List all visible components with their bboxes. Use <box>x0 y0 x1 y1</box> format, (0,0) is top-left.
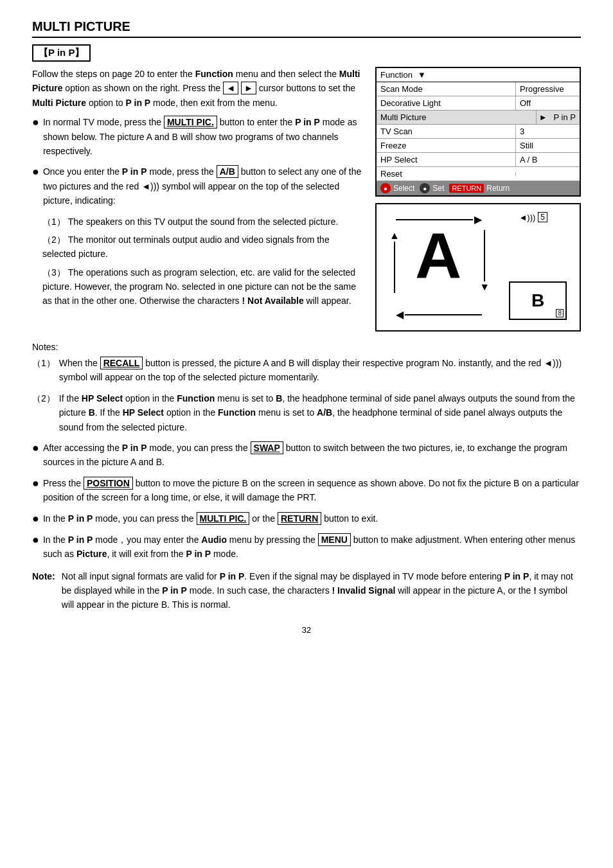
sound-indicator: ◄))) 5 <box>519 212 547 222</box>
select-label: Select <box>393 184 414 193</box>
left-column: Follow the steps on page 20 to enter the… <box>32 67 362 332</box>
channel-a-num: 5 <box>538 212 547 222</box>
small-b-box: B 8 <box>509 281 567 320</box>
tv-scan-label: TV Scan <box>377 125 515 138</box>
multi-picture-arrow: ► <box>537 111 550 124</box>
scan-mode-value: Progressive <box>515 82 580 96</box>
freeze-value: Still <box>515 139 580 152</box>
hp-select-label: HP Select <box>377 153 515 166</box>
return-label: Return <box>486 184 510 193</box>
bullet-dot-2: ● <box>32 164 39 208</box>
multi-picture-label: Multi Picture <box>377 111 536 124</box>
intro-paragraph: Follow the steps on page 20 to enter the… <box>32 67 362 110</box>
page-title: MULTI PICTURE <box>32 19 581 38</box>
add-bullet-dot-1: ● <box>32 441 39 470</box>
note-item-1: （1） When the RECALL button is pressed, t… <box>32 356 581 385</box>
sub-item-1: （1） The speakers on this TV output the s… <box>32 215 362 229</box>
return-badge: RETURN <box>449 184 484 193</box>
menu-row-decorative-light: Decorative Light Off <box>377 96 580 111</box>
section-header: 【P in P】 <box>32 44 91 62</box>
freeze-label: Freeze <box>377 139 515 152</box>
menu-box: Function ▼ Scan Mode Progressive Decorat… <box>375 67 581 197</box>
add-bullet-1: ● After accessing the P in P mode, you c… <box>32 441 581 470</box>
tv-scan-value: 3 <box>515 125 580 138</box>
menu-row-scan-mode: Scan Mode Progressive <box>377 82 580 96</box>
note-item-2: （2） If the HP Select option in the Funct… <box>32 391 581 434</box>
small-b-letter: B <box>531 290 544 311</box>
bullet-dot-1: ● <box>32 115 39 158</box>
note-block-text: Not all input signal formats are valid f… <box>62 569 581 612</box>
note-text-1: When the RECALL button is pressed, the p… <box>59 356 581 385</box>
note-block: Note: Not all input signal formats are v… <box>32 569 581 612</box>
note-block-label: Note: <box>32 569 55 612</box>
note-num-2: （2） <box>32 391 55 434</box>
add-bullet-3: ● In the P in P mode, you can press the … <box>32 511 581 526</box>
notes-section: Notes: （1） When the RECALL button is pre… <box>32 342 581 434</box>
set-icon: ● <box>420 183 430 193</box>
add-bullet-dot-3: ● <box>32 511 39 526</box>
big-a: A <box>415 224 461 288</box>
decorative-light-value: Off <box>515 96 580 110</box>
select-icon: ● <box>380 183 391 193</box>
menu-header: Function ▼ <box>377 68 580 82</box>
menu-row-reset: Reset <box>377 167 580 181</box>
add-bullet-text-3: In the P in P mode, you can press the MU… <box>43 511 581 526</box>
menu-dropdown-icon: ▼ <box>418 70 426 80</box>
menu-footer: ● Select ● Set RETURN Return <box>377 181 580 195</box>
bullet-1: ● In normal TV mode, press the MULTI PIC… <box>32 115 362 158</box>
bullet-text-2: Once you enter the P in P mode, press th… <box>43 164 362 208</box>
right-arrow-down: ▼ <box>479 230 490 293</box>
notes-label: Notes: <box>32 342 581 352</box>
add-bullet-2: ● Press the POSITION button to move the … <box>32 476 581 505</box>
set-label: Set <box>432 184 444 193</box>
channel-b-num: 8 <box>556 309 564 317</box>
menu-row-hp-select: HP Select A / B <box>377 153 580 167</box>
bullet-text-1: In normal TV mode, press the MULTI PIC. … <box>43 115 362 158</box>
right-column: Function ▼ Scan Mode Progressive Decorat… <box>375 67 581 332</box>
note-num-1: （1） <box>32 356 55 385</box>
add-bullet-4: ● In the P in P mode，you may enter the A… <box>32 533 581 562</box>
menu-row-multi-picture: Multi Picture ► P in P <box>377 111 580 125</box>
add-bullet-text-2: Press the POSITION button to move the pi… <box>43 476 581 505</box>
reset-value <box>515 172 580 176</box>
add-bullet-text-1: After accessing the P in P mode, you can… <box>43 441 581 470</box>
decorative-light-label: Decorative Light <box>377 96 515 110</box>
add-bullet-text-4: In the P in P mode，you may enter the Aud… <box>43 533 581 562</box>
sub-item-2: （2） The monitor out terminals output aud… <box>32 233 362 261</box>
scan-mode-label: Scan Mode <box>377 82 515 96</box>
additional-bullets: ● After accessing the P in P mode, you c… <box>32 441 581 562</box>
bullet-2: ● Once you enter the P in P mode, press … <box>32 164 362 208</box>
menu-row-freeze: Freeze Still <box>377 139 580 153</box>
menu-header-label: Function <box>380 70 413 80</box>
add-bullet-dot-2: ● <box>32 476 39 505</box>
sub-item-3: （3） The operations such as program selec… <box>32 265 362 308</box>
left-arrow-up: ▲ <box>389 230 400 293</box>
multi-picture-value: P in P <box>550 111 580 124</box>
reset-label: Reset <box>377 167 515 181</box>
page-number: 32 <box>32 625 581 635</box>
picture-diagram: ▶ ◄))) 5 ▲ A ▼ ◀ <box>375 203 581 332</box>
bottom-arrow: ◀ <box>396 310 482 320</box>
add-bullet-dot-4: ● <box>32 533 39 562</box>
menu-row-tv-scan: TV Scan 3 <box>377 125 580 139</box>
note-text-2: If the HP Select option in the Function … <box>59 391 581 434</box>
hp-select-value: A / B <box>515 153 580 166</box>
sound-icon: ◄))) <box>519 213 535 222</box>
